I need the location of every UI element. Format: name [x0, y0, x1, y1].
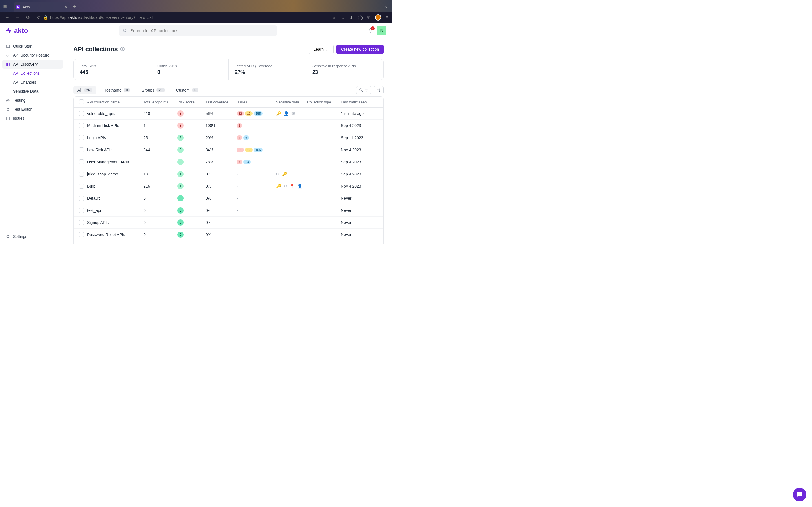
no-issues: -: [237, 196, 238, 201]
issue-badge: 7: [237, 160, 242, 164]
browser-tab[interactable]: ◣ Akto ×: [13, 2, 70, 12]
filter-tab-groups[interactable]: Groups21: [137, 86, 168, 94]
table-row[interactable]: test_api 0 0 0% - Never: [73, 205, 384, 217]
table-row[interactable]: Default 0 0 0% - Never: [73, 192, 384, 205]
link-icon: ◎: [6, 98, 10, 103]
col-coverage[interactable]: Test coverage: [206, 100, 237, 104]
col-endpoints[interactable]: Total endpoints: [144, 100, 177, 104]
tab-list-icon[interactable]: ⌄: [385, 3, 388, 9]
doc-icon: 🗎: [6, 107, 10, 112]
sidebar-subitem-sensitive-data[interactable]: Sensitive Data: [2, 87, 63, 96]
search-input[interactable]: [130, 28, 273, 33]
svg-line-1: [126, 31, 127, 33]
sensitive-icon: 📍: [290, 184, 295, 189]
table-row[interactable]: Signup APIs 0 0 0% - Never: [73, 217, 384, 229]
row-checkbox[interactable]: [79, 196, 84, 201]
row-name: Burp: [87, 184, 144, 188]
issue-badge: 19: [245, 148, 252, 152]
new-tab-button[interactable]: +: [70, 2, 79, 12]
row-checkbox[interactable]: [79, 159, 84, 165]
reload-button[interactable]: ⟳: [25, 13, 31, 22]
row-endpoints: 0: [144, 208, 177, 213]
create-collection-button[interactable]: Create new collection: [336, 45, 384, 54]
table-row[interactable]: Low Risk APIs 344 2 34% 5119155 Nov 4 20…: [73, 144, 384, 156]
sidebar-subitem-api-collections[interactable]: API Collections: [2, 69, 63, 78]
issue-badges: 5219155: [237, 111, 276, 116]
issue-badges: 1: [237, 123, 276, 128]
sensitive-icon: ✉: [276, 172, 280, 177]
sidebar-item-test-editor[interactable]: 🗎Test Editor: [2, 105, 63, 114]
notifications-button[interactable]: 1: [368, 28, 373, 33]
sidebar-item-label: Testing: [13, 98, 26, 103]
filter-tab-all[interactable]: All26: [73, 86, 96, 94]
back-button[interactable]: ←: [3, 13, 11, 22]
profile-icon[interactable]: [375, 14, 381, 20]
col-type[interactable]: Collection type: [307, 100, 341, 104]
row-checkbox[interactable]: [79, 135, 84, 140]
download-icon[interactable]: ⬇: [350, 15, 353, 20]
table-row[interactable]: Burp 216 1 0% - 🔑✉📍👤 Nov 4 2023: [73, 180, 384, 192]
extension-icon[interactable]: ⧉: [367, 15, 370, 20]
row-checkbox[interactable]: [79, 220, 84, 225]
select-all-checkbox[interactable]: [79, 100, 84, 105]
table-row[interactable]: Login APIs 25 2 20% 46 Sep 11 2023: [73, 132, 384, 144]
row-checkbox[interactable]: [79, 111, 84, 116]
col-name[interactable]: API collection name: [87, 100, 144, 104]
row-checkbox[interactable]: [79, 232, 84, 237]
col-sensitive[interactable]: Sensitive data: [276, 100, 307, 104]
col-traffic[interactable]: Last traffic seen: [341, 100, 380, 104]
row-coverage: 34%: [206, 148, 237, 152]
svg-line-3: [362, 91, 363, 92]
table-row[interactable]: Medium Risk APIs 1 3 100% 1 Sep 4 2023: [73, 120, 384, 132]
pocket-icon[interactable]: ⌄: [342, 15, 345, 20]
sidebar-toggle-icon[interactable]: ▣: [3, 3, 7, 9]
learn-button[interactable]: Learn⌄: [309, 45, 334, 54]
col-risk[interactable]: Risk score: [177, 100, 206, 104]
sort-button[interactable]: [373, 86, 384, 94]
menu-icon[interactable]: ≡: [386, 15, 388, 20]
table-row[interactable]: User Management APIs 9 2 78% 713 Sep 4 2…: [73, 156, 384, 168]
risk-badge: 0: [177, 219, 184, 226]
row-checkbox[interactable]: [79, 123, 84, 128]
account-icon[interactable]: ◯: [358, 15, 363, 20]
table-row[interactable]: High Risk APIs 0 0 0% - Never: [73, 241, 384, 244]
row-checkbox[interactable]: [79, 184, 84, 189]
row-checkbox[interactable]: [79, 147, 84, 152]
page-title: API collections ⓘ: [73, 46, 124, 53]
filter-row: All26Hostname0Groups21Custom5: [73, 86, 384, 94]
forward-button[interactable]: →: [14, 13, 21, 22]
sidebar-item-settings[interactable]: ⚙Settings: [2, 232, 63, 241]
table-row[interactable]: vulnerable_apis 210 3 56% 5219155 🔑👤✉ 1 …: [73, 108, 384, 120]
search-bar[interactable]: [119, 25, 277, 36]
row-checkbox[interactable]: [79, 172, 84, 177]
sidebar-item-issues[interactable]: ▥Issues: [2, 114, 63, 123]
row-traffic: Sep 11 2023: [341, 135, 380, 140]
grid-icon: ▦: [6, 44, 10, 48]
bookmark-icon[interactable]: ☆: [332, 15, 336, 20]
sidebar-item-testing[interactable]: ◎Testing: [2, 96, 63, 105]
row-name: test_api: [87, 208, 144, 213]
row-checkbox[interactable]: [79, 244, 84, 244]
filter-tab-hostname[interactable]: Hostname0: [100, 86, 134, 94]
close-tab-icon[interactable]: ×: [64, 4, 67, 10]
info-icon[interactable]: ⓘ: [120, 47, 124, 52]
sidebar-item-quick-start[interactable]: ▦Quick Start: [2, 42, 63, 51]
table-row[interactable]: juice_shop_demo 19 1 0% - ✉🔑 Sep 4 2023: [73, 168, 384, 180]
col-issues[interactable]: Issues: [237, 100, 276, 104]
sidebar-item-security-posture[interactable]: 🛡API Security Posture: [2, 51, 63, 60]
filter-tab-custom[interactable]: Custom5: [172, 86, 202, 94]
sensitive-icon: 🔑: [282, 172, 287, 177]
logo[interactable]: akto: [6, 27, 28, 35]
issue-badge: 6: [243, 135, 249, 140]
sidebar-item-api-discovery[interactable]: ◧API Discovery: [2, 60, 63, 69]
tab-title: Akto: [22, 5, 30, 9]
sidebar-subitem-api-changes[interactable]: API Changes: [2, 78, 63, 87]
avatar[interactable]: IN: [377, 26, 386, 35]
table-row[interactable]: Password Reset APIs 0 0 0% - Never: [73, 229, 384, 241]
search-filter-button[interactable]: [356, 86, 371, 94]
sidebar-item-label: API Discovery: [13, 62, 38, 66]
row-name: Login APIs: [87, 135, 144, 140]
row-checkbox[interactable]: [79, 208, 84, 213]
url-bar[interactable]: 🛡 🔒 https://app.akto.io/dashboard/observ…: [35, 15, 338, 20]
row-name: Low Risk APIs: [87, 148, 144, 152]
